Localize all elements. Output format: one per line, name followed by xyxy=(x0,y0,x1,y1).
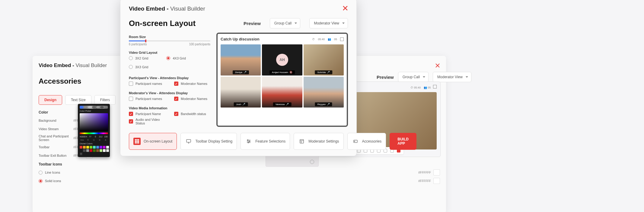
grid-icon xyxy=(133,138,141,145)
svg-point-11 xyxy=(249,141,250,142)
preset-swatch[interactable] xyxy=(100,149,102,152)
tab-design[interactable]: Design xyxy=(39,95,62,105)
monitor-icon xyxy=(185,138,192,145)
svg-point-12 xyxy=(248,142,249,143)
cb-pv-moderator-names[interactable] xyxy=(174,82,178,86)
accessory-icon xyxy=(352,138,359,145)
svg-rect-3 xyxy=(135,141,136,142)
cb-mv-moderator-names[interactable] xyxy=(174,97,178,101)
preset-swatch[interactable] xyxy=(100,146,102,149)
radio-line-icons[interactable] xyxy=(39,171,43,175)
clock-icon: ⏱ xyxy=(410,86,414,89)
select-call-type[interactable]: Group Call xyxy=(398,72,429,82)
color-row-video-stream: Video Stream xyxy=(39,127,73,131)
room-size-label: Room Size xyxy=(129,35,210,39)
select-view-type[interactable]: Moderator View xyxy=(433,72,471,82)
preset-swatch[interactable] xyxy=(80,146,82,149)
room-size-slider[interactable] xyxy=(129,40,210,41)
color-swatch[interactable] xyxy=(433,169,440,175)
tab-text-size[interactable]: Text Size xyxy=(65,95,91,105)
svg-rect-9 xyxy=(187,140,191,142)
add-color-icon[interactable]: + xyxy=(80,153,82,155)
color-preset-grid[interactable]: + xyxy=(80,146,108,155)
preset-swatch[interactable] xyxy=(103,146,106,149)
section-heading: Accessories xyxy=(39,77,81,85)
people-icon: 👥 xyxy=(328,38,331,41)
preset-swatch[interactable] xyxy=(106,146,109,149)
select-view-type[interactable]: Moderator View xyxy=(309,18,348,28)
close-icon[interactable] xyxy=(343,5,348,12)
color-row-toolbar-exit: Toolbar Exit Button xyxy=(39,154,73,157)
cb-bandwidth[interactable] xyxy=(174,112,178,116)
radio-3x3[interactable] xyxy=(129,65,133,69)
preset-swatch[interactable] xyxy=(96,149,99,152)
preset-swatch[interactable] xyxy=(106,149,109,152)
hue-slider[interactable] xyxy=(80,133,108,134)
mic-icon: 🎤 xyxy=(327,103,330,106)
radio-3x2[interactable] xyxy=(129,56,133,60)
nav-feature-selections[interactable]: Feature Selections xyxy=(241,133,290,150)
mic-icon: 🎤 xyxy=(327,71,330,74)
preset-swatch[interactable] xyxy=(93,146,96,149)
preset-swatch[interactable] xyxy=(86,146,89,149)
preview-title: Catch Up discussion xyxy=(221,37,260,41)
video-tile: Zeniya🎤 xyxy=(221,44,261,75)
mic-icon: 🎤 xyxy=(286,103,289,106)
svg-point-15 xyxy=(354,141,355,142)
preset-swatch[interactable] xyxy=(93,149,96,152)
svg-rect-5 xyxy=(138,141,139,142)
svg-point-10 xyxy=(247,140,248,141)
cb-av-status[interactable] xyxy=(129,119,133,124)
preset-swatch[interactable] xyxy=(96,146,99,149)
nav-accessories[interactable]: Accessories xyxy=(347,133,386,150)
tab-filters[interactable]: Filters xyxy=(94,95,116,105)
preset-swatch[interactable] xyxy=(83,149,86,152)
close-icon[interactable] xyxy=(435,63,440,68)
build-app-button[interactable]: BUILD APP xyxy=(390,133,416,150)
nav-toolbar-display[interactable]: Toolbar Display Setting xyxy=(180,133,237,150)
preset-swatch[interactable] xyxy=(103,149,106,152)
preset-swatch[interactable] xyxy=(90,146,92,149)
preset-swatch[interactable] xyxy=(80,149,82,152)
participant-view-label: Participant's View - Attendees Display xyxy=(129,76,210,80)
media-info-label: Video Media Information xyxy=(129,106,210,110)
section-heading: On-screen Layout xyxy=(129,19,196,28)
cb-participant-name[interactable] xyxy=(129,112,133,116)
modal-title: Video Embed - Visual Builder xyxy=(129,5,205,12)
preset-swatch[interactable] xyxy=(86,149,89,152)
color-row-toolbar: Toolbar xyxy=(39,145,73,149)
nav-onscreen-layout[interactable]: On-screen Layout xyxy=(129,133,177,150)
mic-icon: 🎤 xyxy=(242,103,245,106)
video-tile: Reyyan🎤 xyxy=(304,77,344,108)
video-tile: Sohrida🎤 xyxy=(304,44,344,75)
svg-rect-8 xyxy=(138,142,139,143)
svg-rect-2 xyxy=(138,139,139,140)
video-tile: Vanessa🎤 xyxy=(262,77,302,108)
nav-moderator-settings[interactable]: Moderator Settings xyxy=(294,133,343,150)
clock-icon: ⏱ xyxy=(312,38,315,41)
layout-builder-modal: Video Embed - Visual Builder On-screen L… xyxy=(120,0,357,156)
expand-icon[interactable] xyxy=(340,37,344,41)
preset-swatch[interactable] xyxy=(90,149,92,152)
svg-rect-0 xyxy=(135,139,136,140)
color-picker-popover[interactable]: Color Picker 4000D4 77 0 212 100 Hex R G… xyxy=(78,104,110,157)
preset-swatch[interactable] xyxy=(83,146,86,149)
radio-solid-icons[interactable] xyxy=(39,179,43,183)
cb-mv-participant-names[interactable] xyxy=(129,97,133,101)
mic-muted-icon: 🔇 xyxy=(289,71,292,74)
modal-title: Video Embed - Visual Builder xyxy=(39,63,107,69)
preview-label: Preview xyxy=(377,75,394,80)
expand-icon[interactable] xyxy=(433,85,437,88)
color-row-background: Background xyxy=(39,119,73,122)
sliders-icon xyxy=(245,138,252,145)
color-swatch[interactable] xyxy=(433,178,440,184)
svg-rect-1 xyxy=(136,139,138,140)
toolbar-icons-label: Toolbar Icons xyxy=(39,162,440,166)
svg-rect-6 xyxy=(135,142,136,143)
color-canvas[interactable] xyxy=(80,113,108,131)
select-call-type[interactable]: Group Call xyxy=(270,18,300,28)
avatar-initials: AH xyxy=(276,54,288,66)
svg-rect-7 xyxy=(136,142,138,143)
cb-pv-participant-names[interactable] xyxy=(129,82,133,86)
radio-4x3[interactable] xyxy=(166,56,170,60)
